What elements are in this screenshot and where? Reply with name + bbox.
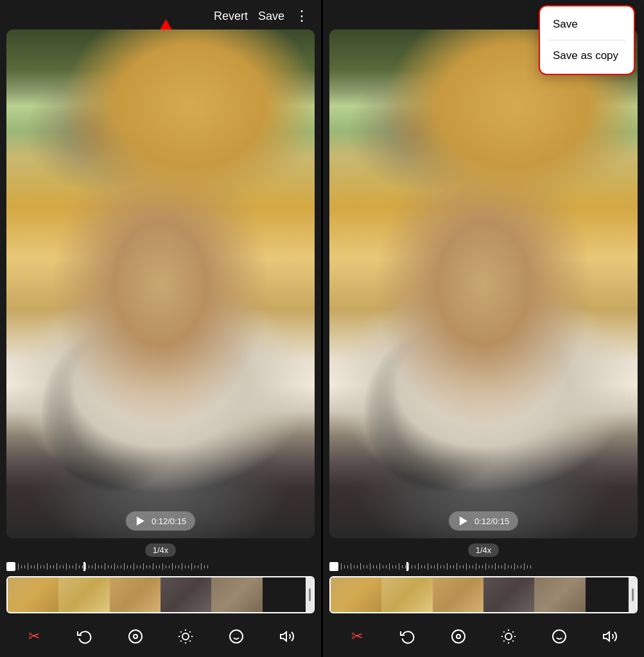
left-tick-marks <box>18 563 315 570</box>
tick <box>412 565 412 568</box>
right-filmstrip[interactable] <box>329 576 638 613</box>
tick <box>473 565 473 568</box>
left-brightness-tool[interactable] <box>174 625 197 648</box>
tick <box>140 565 141 568</box>
dropdown-menu: Save Save as copy <box>539 5 635 75</box>
left-cut-tool[interactable]: ✂ <box>22 625 46 648</box>
left-play-button[interactable] <box>135 515 146 527</box>
tick <box>383 565 383 568</box>
right-scrubber-row[interactable] <box>329 561 638 572</box>
dropdown-save-item[interactable]: Save <box>540 9 634 40</box>
tick <box>195 565 195 568</box>
right-time-display: 0:12/0:15 <box>474 516 509 526</box>
right-video-area[interactable]: 0:12/0:15 <box>329 30 638 538</box>
tick <box>460 565 460 568</box>
tick <box>134 563 134 570</box>
right-bottom-toolbar: ✂ <box>329 620 638 657</box>
left-video-area[interactable]: 0:12/0:15 <box>6 30 315 538</box>
left-scrubber-area[interactable] <box>6 561 315 572</box>
dropdown-save-as-copy-item[interactable]: Save as copy <box>540 40 634 71</box>
right-volume-tool[interactable] <box>598 625 622 648</box>
left-video-content <box>6 30 315 538</box>
tick <box>105 563 105 570</box>
tick <box>201 563 202 570</box>
tick <box>505 563 505 570</box>
left-revert-button[interactable]: Revert <box>214 10 248 23</box>
right-tick-marks <box>341 563 638 570</box>
svg-point-26 <box>553 630 566 643</box>
tick <box>79 565 80 568</box>
left-volume-tool[interactable] <box>275 625 299 648</box>
left-filmstrip-right-handle[interactable] <box>306 577 313 612</box>
tick <box>146 565 147 568</box>
right-scrubber-ticks[interactable] <box>341 562 638 571</box>
tick <box>508 565 509 568</box>
svg-line-24 <box>504 640 505 641</box>
tick <box>428 563 428 570</box>
left-save-button[interactable]: Save <box>258 10 284 23</box>
left-scrubber-position-marker[interactable] <box>83 562 85 571</box>
tick <box>389 563 390 570</box>
right-adjust-tool[interactable] <box>447 625 470 648</box>
left-filmstrip[interactable] <box>6 576 315 613</box>
right-play-overlay[interactable]: 0:12/0:15 <box>449 511 518 531</box>
tick <box>527 565 528 568</box>
tick <box>98 565 99 568</box>
tick <box>191 563 192 570</box>
svg-line-6 <box>190 640 191 641</box>
tick <box>101 565 102 568</box>
tick <box>485 563 486 570</box>
tick <box>424 565 425 568</box>
left-rotate-tool[interactable] <box>73 625 96 648</box>
tick <box>89 565 89 568</box>
tick <box>530 565 531 568</box>
right-scrubber-area[interactable] <box>329 561 638 572</box>
svg-point-2 <box>182 633 189 640</box>
right-cut-tool[interactable]: ✂ <box>345 625 369 648</box>
right-filmstrip-right-handle[interactable] <box>629 577 636 612</box>
tick <box>524 563 525 570</box>
left-more-button[interactable]: ⋮ <box>295 8 309 24</box>
tick <box>162 563 163 570</box>
tick <box>40 565 41 568</box>
tick <box>392 565 393 568</box>
tick <box>182 563 182 570</box>
tick <box>198 565 198 568</box>
right-play-button[interactable] <box>458 515 469 527</box>
tick <box>354 565 354 568</box>
right-rotate-tool[interactable] <box>396 625 419 648</box>
svg-point-16 <box>457 635 460 638</box>
left-bottom-toolbar: ✂ <box>6 620 315 657</box>
tick <box>85 563 86 570</box>
left-scrubber-row[interactable] <box>6 561 315 572</box>
tick <box>498 565 499 568</box>
tick <box>108 565 109 568</box>
tick <box>437 563 438 570</box>
left-play-overlay[interactable]: 0:12/0:15 <box>126 511 195 531</box>
left-face-tool[interactable] <box>225 625 248 648</box>
tick <box>18 563 19 570</box>
tick <box>447 563 448 570</box>
tick <box>415 565 415 568</box>
tick <box>476 563 476 570</box>
filmstrip-frame-1 <box>331 577 381 612</box>
left-scrubber-ticks[interactable] <box>18 562 315 571</box>
tick <box>207 565 208 568</box>
tick <box>53 565 54 568</box>
filmstrip-frame-3 <box>433 577 483 612</box>
left-scrubber-left-handle[interactable] <box>6 562 15 571</box>
svg-line-9 <box>181 640 182 641</box>
right-scrubber-left-handle[interactable] <box>329 562 338 571</box>
tick <box>178 565 179 568</box>
svg-point-17 <box>505 633 512 640</box>
filmstrip-frame-2 <box>381 577 432 612</box>
right-face-tool[interactable] <box>548 625 571 648</box>
right-brightness-tool[interactable] <box>497 625 520 648</box>
tick <box>24 565 25 568</box>
right-scrubber-position-marker[interactable] <box>406 562 408 571</box>
tick <box>341 563 342 570</box>
left-adjust-tool[interactable] <box>124 625 147 648</box>
tick <box>457 563 457 570</box>
play-triangle-icon <box>137 516 144 525</box>
tick <box>444 565 444 568</box>
